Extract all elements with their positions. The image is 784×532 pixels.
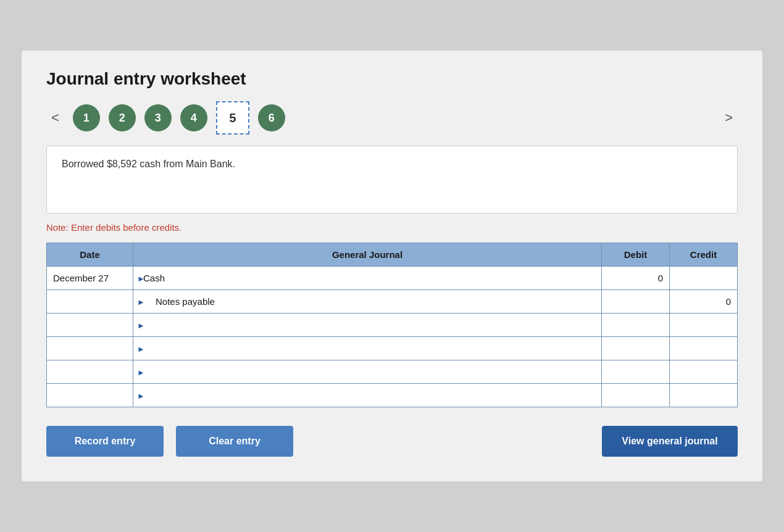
header-date: Date: [47, 243, 133, 267]
row2-arrow: ►: [137, 297, 145, 306]
row6-debit[interactable]: [602, 384, 670, 407]
page-title: Journal entry worksheet: [46, 69, 738, 89]
row3-journal[interactable]: ►: [133, 314, 602, 337]
row1-arrow: ►: [137, 273, 145, 283]
row3-date: [47, 314, 133, 337]
main-container: Journal entry worksheet < 1 2 3 4 5 6 > …: [22, 51, 762, 481]
table-row: ►: [47, 314, 738, 337]
row3-credit[interactable]: [670, 314, 738, 337]
row5-credit[interactable]: [670, 360, 738, 384]
view-general-journal-button[interactable]: View general journal: [602, 426, 738, 457]
table-row: ►: [47, 384, 738, 407]
next-arrow[interactable]: >: [720, 107, 738, 128]
row4-credit[interactable]: [670, 337, 738, 360]
row3-debit[interactable]: [602, 314, 670, 337]
description-box: Borrowed $8,592 cash from Main Bank.: [46, 146, 738, 214]
row5-arrow: ►: [137, 367, 145, 376]
step-navigation: < 1 2 3 4 5 6 >: [46, 101, 738, 135]
prev-arrow[interactable]: <: [46, 107, 64, 128]
row1-credit[interactable]: [670, 267, 738, 290]
row6-journal[interactable]: ►: [133, 384, 602, 407]
row2-date: [47, 290, 133, 314]
description-text: Borrowed $8,592 cash from Main Bank.: [62, 159, 235, 169]
step-6[interactable]: 6: [258, 104, 285, 131]
row6-credit[interactable]: [670, 384, 738, 407]
row5-debit[interactable]: [602, 360, 670, 384]
row2-journal[interactable]: ► Notes payable: [133, 290, 602, 314]
table-header-row: Date General Journal Debit Credit: [47, 243, 738, 267]
step-5-current[interactable]: 5: [216, 101, 249, 135]
note-text: Note: Enter debits before credits.: [46, 222, 738, 233]
row4-debit[interactable]: [602, 337, 670, 360]
step-1[interactable]: 1: [73, 104, 100, 131]
row4-arrow: ►: [137, 344, 145, 353]
step-4[interactable]: 4: [180, 104, 207, 131]
row4-date: [47, 337, 133, 360]
record-entry-button[interactable]: Record entry: [46, 426, 164, 457]
table-row: December 27 ► Cash 0: [47, 267, 738, 290]
step-2[interactable]: 2: [109, 104, 136, 131]
table-row: ► Notes payable 0: [47, 290, 738, 314]
table-row: ►: [47, 337, 738, 360]
header-general-journal: General Journal: [133, 243, 602, 267]
row6-arrow: ►: [137, 391, 145, 400]
row5-date: [47, 360, 133, 384]
header-credit: Credit: [670, 243, 738, 267]
row5-journal[interactable]: ►: [133, 360, 602, 384]
row2-credit[interactable]: 0: [670, 290, 738, 314]
journal-table: Date General Journal Debit Credit Decemb…: [46, 243, 738, 407]
clear-entry-button[interactable]: Clear entry: [176, 426, 293, 457]
row6-date: [47, 384, 133, 407]
header-debit: Debit: [602, 243, 670, 267]
row2-debit[interactable]: [602, 290, 670, 314]
row3-arrow: ►: [137, 320, 145, 330]
table-row: ►: [47, 360, 738, 384]
buttons-row: Record entry Clear entry View general jo…: [46, 426, 738, 457]
row1-debit[interactable]: 0: [602, 267, 670, 290]
step-3[interactable]: 3: [144, 104, 172, 131]
row4-journal[interactable]: ►: [133, 337, 602, 360]
row1-date: December 27: [47, 267, 133, 290]
row1-journal[interactable]: ► Cash: [133, 267, 602, 290]
